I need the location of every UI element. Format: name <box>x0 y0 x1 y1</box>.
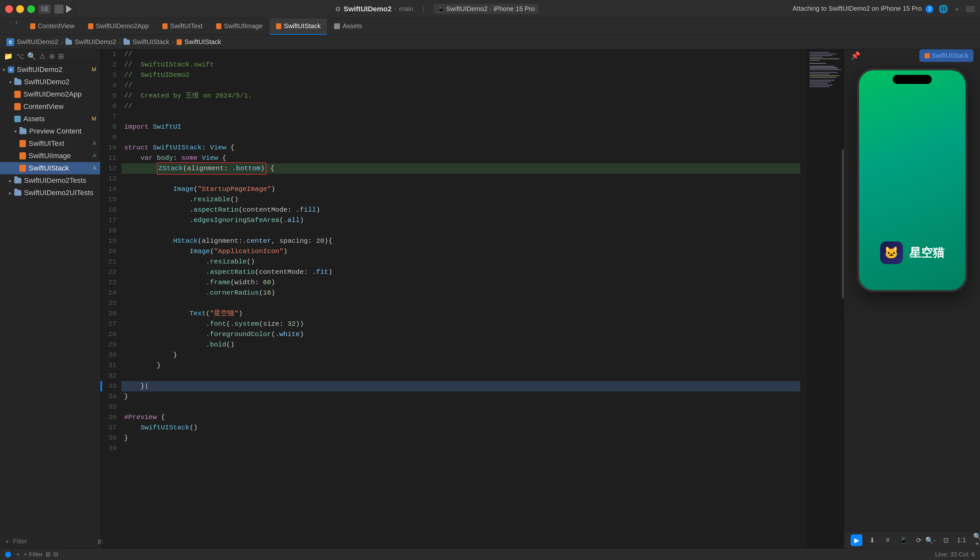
minimap-scrollbar[interactable] <box>842 149 844 299</box>
code-line-1: // <box>122 49 800 60</box>
sidebar-warning-icon[interactable]: ⚠ <box>39 52 46 61</box>
tab-icon-text <box>162 23 168 29</box>
status-dot <box>5 552 11 557</box>
tab-swiftuiimage[interactable]: SwiftUIImage <box>210 18 269 35</box>
tab-swiftuistack[interactable]: SwiftUIStack <box>270 18 327 35</box>
tab-swiftuitext[interactable]: SwiftUIText <box>156 18 209 35</box>
status-left: ＋ + Filter ⊞ ⊟ <box>5 550 58 559</box>
sidebar-item-tests[interactable]: ▸ SwiftUIDemo2Tests <box>0 174 100 187</box>
preview-toolbar: ▶ ⬇ # 📱 ⟳ 🔍- ⊡ 1:1 🔍+ <box>844 532 980 548</box>
code-line-3: // SwiftUIDemo2 <box>122 70 800 80</box>
maximize-button[interactable] <box>27 5 35 13</box>
preview-device-button[interactable]: 📱 <box>897 534 909 546</box>
app-icon <box>880 242 903 264</box>
zoom-in-button[interactable]: 🔍+ <box>971 534 980 546</box>
breadcrumb: S SwiftUIDemo2 › SwiftUIDemo2 › SwiftUIS… <box>0 35 980 49</box>
code-line-33: }| <box>122 381 800 392</box>
minimize-button[interactable] <box>16 5 24 13</box>
tab-icon-demo2app <box>88 23 93 29</box>
sidebar-search-icon[interactable]: 🔍 <box>27 52 36 61</box>
filter-expand-icon[interactable]: ⊟ <box>53 551 58 558</box>
stop-play-controls <box>55 5 72 13</box>
preview-play-button[interactable]: ▶ <box>851 534 862 546</box>
sidebar-item-swiftuidemo2app[interactable]: SwiftUIDemo2App <box>0 88 100 100</box>
phone-notch <box>893 75 932 84</box>
statusbar: ＋ + Filter ⊞ ⊟ Line: 33 Col: 6 <box>0 548 980 560</box>
zoom-actual-button[interactable]: 1:1 <box>956 534 967 546</box>
sidebar-item-swiftuidemo2-folder[interactable]: ▾ SwiftUIDemo2 <box>0 76 100 88</box>
code-line-2: // SwiftUIStack.swift <box>122 60 800 70</box>
preview-tools-left: ▶ ⬇ # 📱 ⟳ <box>851 534 925 546</box>
code-line-13 <box>122 174 800 184</box>
traffic-lights <box>5 5 35 13</box>
code-line-24: .cornerRadius(16) <box>122 288 800 298</box>
preview-panel: 📌 SwiftUIStack 星空猫 ▶ <box>844 49 980 548</box>
sidebar-item-project-root[interactable]: ▾ S SwiftUIDemo2 M <box>0 63 100 76</box>
sidebar-item-preview-content[interactable]: ▾ Preview Content <box>0 125 100 137</box>
code-line-12: ZStack(alignment: .bottom) { <box>122 163 800 174</box>
zoom-out-button[interactable]: 🔍- <box>925 534 936 546</box>
filter-options-icon[interactable]: ⊞ <box>45 551 50 558</box>
add-tab-button[interactable]: ＋ <box>953 4 960 14</box>
sidebar-item-swiftuitext[interactable]: SwiftUIText A <box>0 137 100 150</box>
folder-icon-swiftuidemo2 <box>14 79 22 85</box>
svg-rect-1 <box>45 7 48 7</box>
code-line-29: .bold() <box>122 340 800 350</box>
sidebar-item-assets[interactable]: Assets M <box>0 113 100 125</box>
play-button[interactable] <box>66 5 72 13</box>
sidebar-toggle[interactable] <box>39 5 50 13</box>
preview-file-icon <box>925 53 930 58</box>
current-line-marker <box>100 381 102 392</box>
back-arrow[interactable]: ‹ <box>10 18 13 35</box>
nav-arrows: ‹ › <box>5 18 23 35</box>
split-view-button[interactable] <box>966 6 975 12</box>
code-container[interactable]: 12345 678910 1112131415 1617181920 21222… <box>100 49 807 548</box>
close-button[interactable] <box>5 5 13 13</box>
sidebar-item-swiftuiimage[interactable]: SwiftUIImage A <box>0 150 100 162</box>
code-line-34: } <box>122 392 800 402</box>
preview-tools-right: 🔍- ⊡ 1:1 🔍+ <box>925 534 980 546</box>
code-line-37: SwiftUIStack() <box>122 423 800 433</box>
svg-rect-3 <box>45 10 48 11</box>
code-line-14: Image("StartupPageImage") <box>122 184 800 195</box>
network-icon[interactable]: 🌐 <box>938 5 948 13</box>
scheme-icon: ⚙ <box>335 5 341 13</box>
zoom-fit-button[interactable]: ⊡ <box>940 534 952 546</box>
code-lines[interactable]: // // SwiftUIStack.swift // SwiftUIDemo2… <box>122 49 807 548</box>
sidebar: 📁 ⌥ 🔍 ⚠ ⊕ ⊞ ▾ S SwiftUIDemo2 M ▾ SwiftUI… <box>0 49 100 548</box>
sidebar-filter-bar: ＋ ⊞ <box>0 534 100 548</box>
code-line-18 <box>122 225 800 236</box>
sidebar-grid-icon[interactable]: ⊞ <box>58 52 64 61</box>
tab-assets[interactable]: Assets <box>328 18 368 35</box>
sidebar-commit-icon[interactable]: ⊕ <box>49 52 55 61</box>
sidebar-folder-icon[interactable]: 📁 <box>4 52 13 61</box>
sidebar-git-icon[interactable]: ⌥ <box>16 52 24 61</box>
sidebar-item-swiftuistack[interactable]: SwiftUIStack A <box>0 162 100 174</box>
file-icon-assets <box>14 116 21 122</box>
pin-icon[interactable]: 📌 <box>851 51 860 60</box>
filter-label: + Filter <box>24 551 43 558</box>
swiftuistack-preview-button[interactable]: SwiftUIStack <box>919 49 973 62</box>
code-line-9 <box>122 132 800 143</box>
preview-snapshot-button[interactable]: ⬇ <box>866 534 878 546</box>
filter-area: ＋ + Filter ⊞ ⊟ <box>15 550 58 559</box>
project-icon: S <box>8 67 14 73</box>
code-line-38: } <box>122 433 800 443</box>
main-layout: 📁 ⌥ 🔍 ⚠ ⊕ ⊞ ▾ S SwiftUIDemo2 M ▾ SwiftUI… <box>0 49 980 548</box>
preview-orientation-button[interactable]: ⟳ <box>913 534 925 546</box>
filter-option-icon[interactable]: ⊞ <box>98 538 100 545</box>
preview-grid-button[interactable]: # <box>882 534 893 546</box>
tab-swiftuidemo2app[interactable]: SwiftUIDemo2App <box>82 18 155 35</box>
tab-contentview[interactable]: ContentView <box>24 18 81 35</box>
forward-arrow[interactable]: › <box>15 18 18 35</box>
file-icon-demo2app <box>14 91 21 98</box>
sidebar-item-contentview[interactable]: ContentView <box>0 100 100 113</box>
add-filter-icon[interactable]: ＋ <box>15 550 21 559</box>
device-selector[interactable]: 📱 SwiftUIDemo2 › iPhone 15 Pro <box>433 4 538 14</box>
filter-input[interactable] <box>13 538 95 545</box>
phone-frame: 星空猫 <box>857 68 967 292</box>
sidebar-item-uitests[interactable]: ▸ SwiftUIDemo2UITests <box>0 187 100 199</box>
code-line-22: .aspectRatio(contentMode: .fit) <box>122 267 800 277</box>
code-line-36: #Preview { <box>122 412 800 423</box>
stop-button[interactable] <box>55 5 63 13</box>
